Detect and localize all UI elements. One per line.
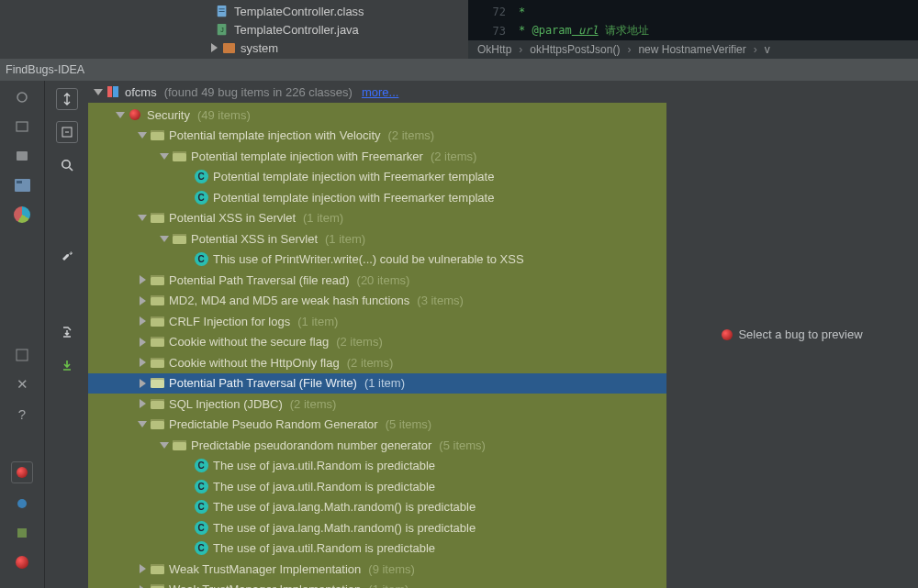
svg-rect-6 (17, 122, 28, 131)
tree-node-r5[interactable]: CThe use of java.util.Random is predicta… (88, 538, 666, 560)
chevron-right-icon (140, 296, 146, 305)
tool-icon[interactable] (13, 346, 31, 364)
tree-node-ptr[interactable]: Potential Path Traversal (file read)(20 … (88, 270, 666, 291)
node-label: The use of java.util.Random is predictab… (213, 541, 435, 555)
tree-node-xssL[interactable]: CThis use of PrintWriter.write(...) coul… (88, 250, 666, 271)
svg-rect-2 (219, 11, 225, 12)
code-text: * (519, 6, 525, 18)
tree-node-fm1[interactable]: CPotential template injection with Freem… (88, 167, 666, 188)
tool-icon[interactable] (13, 88, 31, 106)
class-icon: C (195, 500, 208, 514)
node-label: Potential Path Traversal (file read) (169, 273, 350, 287)
tool-icon[interactable] (13, 524, 31, 542)
tree-node-freemarker[interactable]: Potential template injection with Freema… (88, 146, 666, 167)
chevron-right-icon (140, 379, 146, 388)
tree-node-ch[interactable]: Cookie without the HttpOnly flag(2 items… (88, 352, 666, 373)
tool-icon[interactable] (13, 176, 31, 194)
tree-node-tm2[interactable]: Weak TrustManager Implementation(1 item) (88, 580, 666, 589)
tree-node-fm2[interactable]: CPotential template injection with Freem… (88, 187, 666, 208)
folder-system[interactable]: system (211, 39, 468, 57)
chevron-down-icon (138, 421, 147, 427)
tree-node-security[interactable]: Security (49 items) (88, 105, 666, 126)
chevron-down-icon (160, 236, 169, 242)
editor-right: 72 * 73 * @param url 请求地址 OkHttp› okHttp… (468, 0, 918, 59)
tree-node-tm[interactable]: Weak TrustManager Implementation(9 items… (88, 559, 666, 580)
svg-rect-12 (17, 528, 27, 538)
download-icon[interactable] (56, 354, 78, 376)
node-label: The use of java.util.Random is predictab… (213, 459, 435, 472)
module-icon (106, 85, 119, 98)
svg-text:J: J (220, 27, 224, 33)
tree-node-r4[interactable]: CThe use of java.lang.Math.random() is p… (88, 517, 666, 538)
node-label: SQL Injection (JDBC) (169, 397, 283, 411)
expand-tree-button[interactable] (56, 88, 78, 110)
tree-node-cs[interactable]: Cookie without the secure flag(2 items) (88, 332, 666, 353)
tree-node-velocity[interactable]: Potential template injection with Veloci… (88, 126, 666, 147)
tree-node-prg2[interactable]: Predictable pseudorandom number generato… (88, 435, 666, 456)
tool-icon[interactable] (13, 147, 31, 165)
chevron-right-icon (140, 564, 146, 573)
tree-node-sql[interactable]: SQL Injection (JDBC)(2 items) (88, 394, 666, 415)
folder-icon (151, 295, 164, 305)
tool-icon[interactable] (13, 117, 31, 136)
node-count: (1 item) (303, 211, 343, 225)
folder-icon (151, 399, 164, 409)
chevron-right-icon: › (754, 43, 757, 56)
line-number: 72 (468, 6, 519, 18)
node-count: (1 item) (368, 582, 409, 588)
folder-icon (151, 130, 164, 140)
tree-node-crlf[interactable]: CRLF Injection for logs(1 item) (88, 311, 666, 332)
crumb[interactable]: OkHttp (477, 43, 511, 56)
node-label: Cookie without the secure flag (169, 335, 329, 349)
node-label: Potential template injection with Freema… (213, 170, 494, 183)
tree-node-md[interactable]: MD2, MD4 and MD5 are weak hash functions… (88, 291, 666, 312)
tree-pane[interactable]: ofcms (found 49 bug items in 226 classes… (88, 81, 666, 588)
class-icon: C (195, 521, 208, 535)
chevron-right-icon: › (627, 43, 631, 56)
class-icon: C (195, 480, 208, 494)
tree-node-r3[interactable]: CThe use of java.lang.Math.random() is p… (88, 497, 666, 518)
node-label: Weak TrustManager Implementation (169, 582, 361, 588)
svg-rect-7 (17, 151, 28, 161)
search-icon[interactable] (56, 154, 78, 176)
chevron-down-icon (160, 442, 169, 449)
tree-node-xss[interactable]: Potential XSS in Servlet(1 item) (88, 208, 666, 229)
node-count: (2 items) (290, 397, 337, 411)
pie-chart-icon[interactable] (13, 205, 31, 224)
tool-icon[interactable] (13, 494, 31, 513)
tree-node-xss2[interactable]: Potential XSS in Servlet(1 item) (88, 228, 666, 250)
tree-root[interactable]: ofcms (found 49 bug items in 226 classes… (88, 81, 666, 103)
bug-red-icon[interactable] (13, 553, 31, 571)
file-class[interactable]: TemplateController.class (216, 2, 468, 20)
node-count: (2 items) (431, 150, 477, 163)
svg-rect-1 (219, 8, 225, 9)
node-count: (5 items) (386, 417, 432, 431)
bug-icon (722, 329, 733, 340)
more-link[interactable]: more... (362, 85, 398, 99)
chevron-down-icon (160, 153, 169, 160)
chevron-right-icon (140, 275, 146, 284)
file-java[interactable]: J TemplateController.java (216, 20, 468, 39)
node-label: Potential template injection with Freema… (213, 191, 494, 205)
collapse-tree-button[interactable] (56, 121, 78, 143)
svg-rect-16 (107, 86, 112, 97)
preview-text: Select a bug to preview (738, 327, 862, 341)
wrench-icon[interactable] (56, 244, 78, 266)
tree-node-r1[interactable]: CThe use of java.util.Random is predicta… (88, 456, 666, 477)
folder-icon (151, 419, 164, 429)
bug-icon[interactable] (11, 461, 33, 483)
tree-node-prg[interactable]: Predictable Pseudo Random Generator(5 it… (88, 415, 666, 436)
crumb[interactable]: okHttpsPostJson() (530, 43, 620, 56)
close-icon[interactable]: ✕ (13, 375, 31, 394)
crumb[interactable]: new HostnameVerifier (638, 43, 745, 56)
node-count: (20 items) (357, 273, 410, 287)
folder-icon (151, 275, 164, 285)
tree-node-ptw[interactable]: Potential Path Traversal (File Write)(1 … (88, 373, 666, 394)
node-count: (9 items) (368, 562, 415, 576)
tree-node-r2[interactable]: CThe use of java.util.Random is predicta… (88, 476, 666, 497)
help-icon[interactable]: ? (13, 405, 31, 423)
export-icon[interactable] (56, 321, 78, 343)
crumb[interactable]: v (765, 43, 770, 56)
node-count: (2 items) (347, 356, 394, 370)
code-text: * @param url 请求地址 (519, 23, 649, 39)
